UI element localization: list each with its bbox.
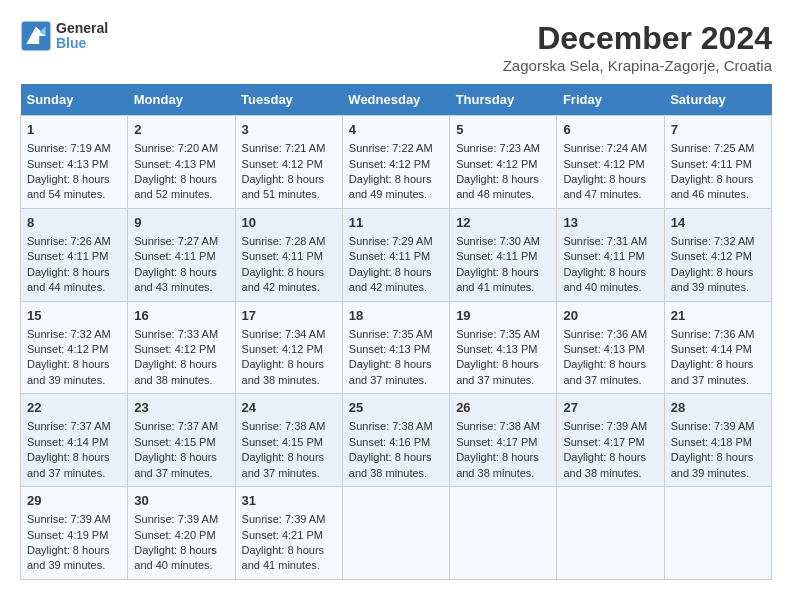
- day-info-line: Daylight: 8 hours: [563, 172, 657, 187]
- day-info-line: and 37 minutes.: [27, 466, 121, 481]
- calendar-cell: 13Sunrise: 7:31 AMSunset: 4:11 PMDayligh…: [557, 208, 664, 301]
- day-header-saturday: Saturday: [664, 84, 771, 116]
- day-number: 7: [671, 121, 765, 139]
- day-number: 24: [242, 399, 336, 417]
- day-info-line: Sunset: 4:17 PM: [456, 435, 550, 450]
- day-info-line: Sunrise: 7:38 AM: [456, 419, 550, 434]
- day-info-line: and 52 minutes.: [134, 187, 228, 202]
- day-info-line: and 37 minutes.: [563, 373, 657, 388]
- day-number: 1: [27, 121, 121, 139]
- calendar-cell: 2Sunrise: 7:20 AMSunset: 4:13 PMDaylight…: [128, 116, 235, 209]
- day-info-line: Sunrise: 7:21 AM: [242, 141, 336, 156]
- day-info-line: Sunrise: 7:39 AM: [671, 419, 765, 434]
- day-info-line: Daylight: 8 hours: [349, 265, 443, 280]
- calendar-header-row: SundayMondayTuesdayWednesdayThursdayFrid…: [21, 84, 772, 116]
- calendar-week-row: 15Sunrise: 7:32 AMSunset: 4:12 PMDayligh…: [21, 301, 772, 394]
- day-number: 13: [563, 214, 657, 232]
- day-info-line: Sunrise: 7:39 AM: [134, 512, 228, 527]
- calendar-cell: 25Sunrise: 7:38 AMSunset: 4:16 PMDayligh…: [342, 394, 449, 487]
- day-info-line: Daylight: 8 hours: [134, 265, 228, 280]
- day-info-line: Daylight: 8 hours: [349, 357, 443, 372]
- day-info-line: Sunset: 4:13 PM: [27, 157, 121, 172]
- day-info-line: and 38 minutes.: [563, 466, 657, 481]
- day-info-line: and 54 minutes.: [27, 187, 121, 202]
- day-info-line: Sunset: 4:21 PM: [242, 528, 336, 543]
- logo-icon: [20, 20, 52, 52]
- day-number: 18: [349, 307, 443, 325]
- logo: General Blue: [20, 20, 108, 52]
- day-info-line: Sunset: 4:14 PM: [27, 435, 121, 450]
- day-info-line: Daylight: 8 hours: [456, 172, 550, 187]
- day-number: 6: [563, 121, 657, 139]
- calendar-cell: 23Sunrise: 7:37 AMSunset: 4:15 PMDayligh…: [128, 394, 235, 487]
- calendar-cell: [450, 487, 557, 580]
- day-info-line: and 42 minutes.: [242, 280, 336, 295]
- calendar-cell: 8Sunrise: 7:26 AMSunset: 4:11 PMDaylight…: [21, 208, 128, 301]
- day-info-line: Sunset: 4:12 PM: [27, 342, 121, 357]
- calendar-cell: 4Sunrise: 7:22 AMSunset: 4:12 PMDaylight…: [342, 116, 449, 209]
- day-info-line: and 44 minutes.: [27, 280, 121, 295]
- day-info-line: and 48 minutes.: [456, 187, 550, 202]
- day-info-line: Daylight: 8 hours: [349, 450, 443, 465]
- day-info-line: and 39 minutes.: [671, 280, 765, 295]
- day-info-line: Sunrise: 7:27 AM: [134, 234, 228, 249]
- day-header-thursday: Thursday: [450, 84, 557, 116]
- day-info-line: Daylight: 8 hours: [349, 172, 443, 187]
- day-info-line: Sunset: 4:12 PM: [242, 157, 336, 172]
- day-info-line: Sunrise: 7:36 AM: [563, 327, 657, 342]
- day-info-line: and 37 minutes.: [456, 373, 550, 388]
- day-info-line: Daylight: 8 hours: [671, 265, 765, 280]
- calendar-cell: [342, 487, 449, 580]
- day-info-line: and 41 minutes.: [242, 558, 336, 573]
- day-info-line: Sunrise: 7:34 AM: [242, 327, 336, 342]
- day-info-line: and 38 minutes.: [134, 373, 228, 388]
- day-info-line: Sunrise: 7:39 AM: [242, 512, 336, 527]
- day-number: 14: [671, 214, 765, 232]
- day-info-line: Sunrise: 7:31 AM: [563, 234, 657, 249]
- calendar-week-row: 29Sunrise: 7:39 AMSunset: 4:19 PMDayligh…: [21, 487, 772, 580]
- day-info-line: Sunrise: 7:38 AM: [349, 419, 443, 434]
- day-info-line: Daylight: 8 hours: [27, 357, 121, 372]
- day-number: 11: [349, 214, 443, 232]
- day-info-line: and 39 minutes.: [27, 373, 121, 388]
- day-info-line: Sunset: 4:11 PM: [134, 249, 228, 264]
- day-info-line: and 38 minutes.: [349, 466, 443, 481]
- calendar-cell: 15Sunrise: 7:32 AMSunset: 4:12 PMDayligh…: [21, 301, 128, 394]
- calendar-week-row: 1Sunrise: 7:19 AMSunset: 4:13 PMDaylight…: [21, 116, 772, 209]
- calendar-cell: [664, 487, 771, 580]
- day-info-line: Sunset: 4:16 PM: [349, 435, 443, 450]
- day-info-line: Sunrise: 7:26 AM: [27, 234, 121, 249]
- calendar-cell: 16Sunrise: 7:33 AMSunset: 4:12 PMDayligh…: [128, 301, 235, 394]
- day-number: 12: [456, 214, 550, 232]
- logo-text: General Blue: [56, 21, 108, 52]
- calendar-cell: 1Sunrise: 7:19 AMSunset: 4:13 PMDaylight…: [21, 116, 128, 209]
- day-info-line: Sunset: 4:19 PM: [27, 528, 121, 543]
- day-info-line: and 49 minutes.: [349, 187, 443, 202]
- day-info-line: Sunrise: 7:22 AM: [349, 141, 443, 156]
- day-number: 4: [349, 121, 443, 139]
- day-info-line: and 37 minutes.: [134, 466, 228, 481]
- day-number: 5: [456, 121, 550, 139]
- day-header-friday: Friday: [557, 84, 664, 116]
- day-info-line: and 37 minutes.: [671, 373, 765, 388]
- day-info-line: Sunrise: 7:33 AM: [134, 327, 228, 342]
- calendar-cell: 28Sunrise: 7:39 AMSunset: 4:18 PMDayligh…: [664, 394, 771, 487]
- page-header: General Blue December 2024 Zagorska Sela…: [20, 20, 772, 74]
- day-info-line: Sunrise: 7:32 AM: [27, 327, 121, 342]
- day-info-line: Daylight: 8 hours: [242, 357, 336, 372]
- day-info-line: Sunset: 4:12 PM: [563, 157, 657, 172]
- day-info-line: Sunset: 4:12 PM: [134, 342, 228, 357]
- day-info-line: Daylight: 8 hours: [134, 357, 228, 372]
- day-number: 9: [134, 214, 228, 232]
- day-info-line: Daylight: 8 hours: [27, 543, 121, 558]
- day-number: 2: [134, 121, 228, 139]
- day-info-line: Daylight: 8 hours: [456, 357, 550, 372]
- day-info-line: Sunrise: 7:39 AM: [27, 512, 121, 527]
- day-info-line: Daylight: 8 hours: [671, 357, 765, 372]
- day-info-line: Daylight: 8 hours: [671, 450, 765, 465]
- calendar-body: 1Sunrise: 7:19 AMSunset: 4:13 PMDaylight…: [21, 116, 772, 580]
- day-info-line: Sunset: 4:17 PM: [563, 435, 657, 450]
- day-number: 3: [242, 121, 336, 139]
- day-info-line: Sunset: 4:12 PM: [349, 157, 443, 172]
- day-info-line: Sunset: 4:13 PM: [563, 342, 657, 357]
